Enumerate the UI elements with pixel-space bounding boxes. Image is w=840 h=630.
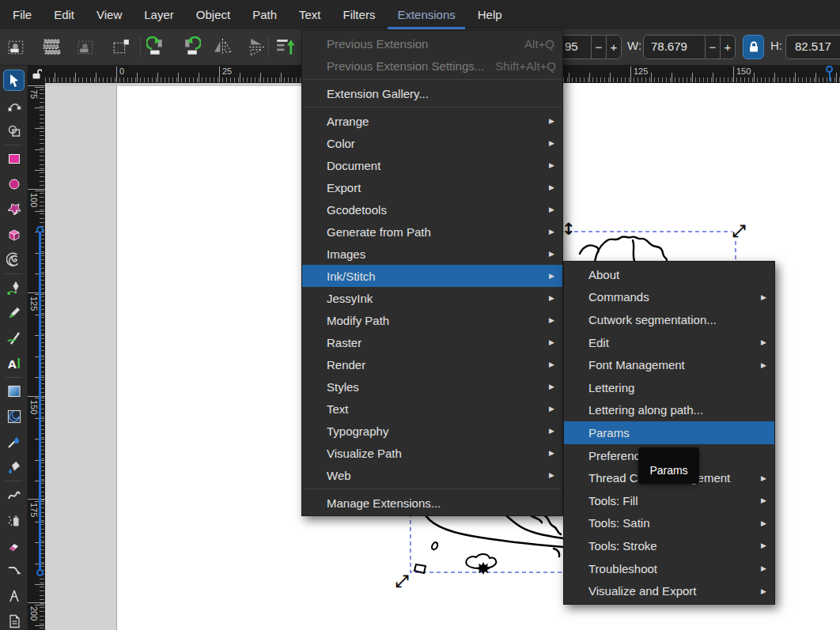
menu-separator xyxy=(303,107,562,108)
scale-handle-corner-icon[interactable]: ⤢ xyxy=(395,572,409,590)
extensions-dropdown-menu: Previous Extension Alt+Q Previous Extens… xyxy=(301,30,563,516)
menu-item-cutwork-segmentation[interactable]: Cutwork segmentation... xyxy=(564,308,774,331)
menu-item-color[interactable]: Color xyxy=(302,132,562,154)
menu-view[interactable]: View xyxy=(87,0,131,29)
menu-item-styles[interactable]: Styles xyxy=(302,375,562,398)
menu-item-troubleshoot[interactable]: Troubleshoot xyxy=(564,557,774,580)
menu-item-tools-stroke[interactable]: Tools: Stroke xyxy=(564,534,774,557)
menu-extensions[interactable]: Extensions xyxy=(388,0,464,29)
menu-item-lettering-along-path[interactable]: Lettering along path... xyxy=(564,399,774,422)
menu-item-images[interactable]: Images xyxy=(302,243,562,265)
inkscape-window: ↕ ⤢ ⤢ File Edit View Layer Object Path T… xyxy=(0,0,840,630)
menu-file[interactable]: File xyxy=(3,0,41,29)
menu-item-arrange[interactable]: Arrange xyxy=(302,110,562,132)
menu-item-render[interactable]: Render xyxy=(302,353,562,375)
menu-item-tools-fill[interactable]: Tools: Fill xyxy=(564,489,774,512)
menu-item-jessyink[interactable]: JessyInk xyxy=(302,287,562,309)
menu-item-modify-path[interactable]: Modify Path xyxy=(302,309,562,331)
menubar: File Edit View Layer Object Path Text Fi… xyxy=(0,0,840,29)
menu-item-visualize-path[interactable]: Visualize Path xyxy=(302,442,562,464)
ink-stitch-submenu: About Commands Cutwork segmentation... E… xyxy=(563,261,775,605)
menu-item-export[interactable]: Export xyxy=(302,176,562,198)
menu-text[interactable]: Text xyxy=(289,0,331,29)
menu-item-manage-extensions[interactable]: Manage Extensions... xyxy=(302,492,562,514)
menu-item-generate-from-path[interactable]: Generate from Path xyxy=(302,221,562,243)
map-outline-bottom xyxy=(424,512,563,556)
menu-path[interactable]: Path xyxy=(243,0,286,29)
map-outline-top xyxy=(580,236,667,263)
menu-object[interactable]: Object xyxy=(187,0,240,29)
menu-layer[interactable]: Layer xyxy=(134,0,184,29)
menu-item-text[interactable]: Text xyxy=(302,398,562,420)
menu-item-document[interactable]: Document xyxy=(302,154,562,176)
menu-item-raster[interactable]: Raster xyxy=(302,331,562,353)
scale-handle-corner-icon[interactable]: ⤢ xyxy=(732,221,746,240)
menu-item-previous-extension-settings: Previous Extension Settings... Shift+Alt… xyxy=(302,55,562,77)
menu-item-visualize-and-export[interactable]: Visualize and Export xyxy=(564,579,774,602)
menu-help[interactable]: Help xyxy=(468,0,512,29)
tooltip-text: Params xyxy=(649,464,687,477)
menu-item-web[interactable]: Web xyxy=(302,464,562,486)
menu-item-about[interactable]: About xyxy=(564,263,774,286)
menu-item-params[interactable]: Params xyxy=(564,421,774,444)
menu-item-tools-satin[interactable]: Tools: Satin xyxy=(564,512,774,535)
params-tooltip: Params xyxy=(638,447,699,484)
menu-item-edit[interactable]: Edit xyxy=(564,331,774,354)
shortcut-label: Shift+Alt+Q xyxy=(484,59,556,73)
scale-handle-vertical-icon[interactable]: ↕ xyxy=(562,220,576,239)
menu-item-extension-gallery[interactable]: Extension Gallery... xyxy=(302,82,562,104)
shortcut-label: Alt+Q xyxy=(513,37,554,51)
menu-separator xyxy=(303,489,562,489)
menu-edit[interactable]: Edit xyxy=(44,0,84,29)
menu-item-typography[interactable]: Typography xyxy=(302,420,562,442)
menu-item-font-management[interactable]: Font Management xyxy=(564,353,774,376)
menu-item-commands[interactable]: Commands xyxy=(564,286,774,309)
menu-item-gcodetools[interactable]: Gcodetools xyxy=(302,198,562,221)
menu-separator xyxy=(303,79,562,80)
menu-item-ink-stitch[interactable]: Ink/Stitch xyxy=(302,265,562,287)
menu-item-lettering[interactable]: Lettering xyxy=(564,376,774,399)
menu-item-previous-extension: Previous Extension Alt+Q xyxy=(302,32,562,55)
menu-filters[interactable]: Filters xyxy=(334,0,385,29)
